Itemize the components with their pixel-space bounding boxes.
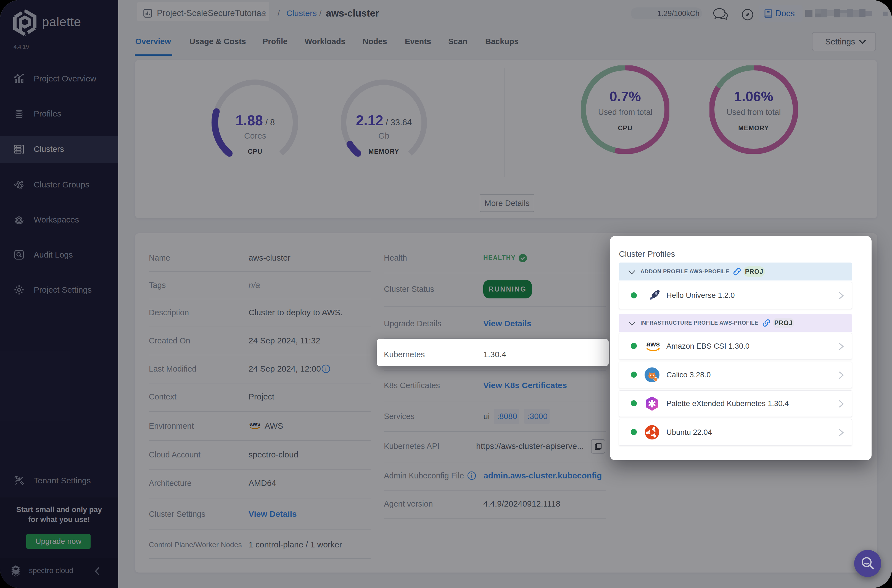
svg-text:aws: aws xyxy=(646,340,660,348)
